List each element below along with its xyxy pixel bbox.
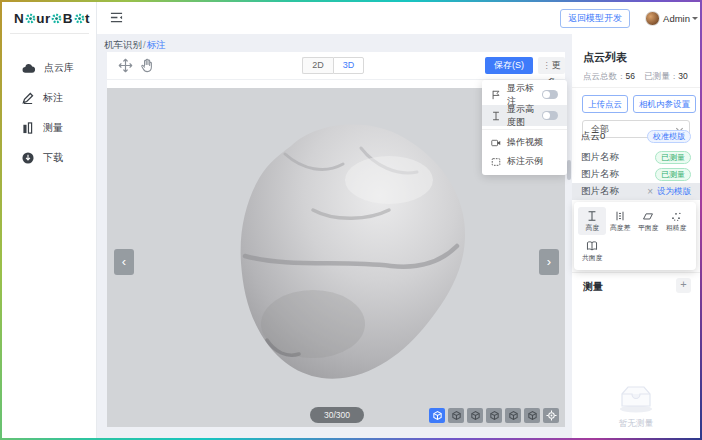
divider [10,33,89,34]
cube-icon [432,410,443,421]
pan-icon[interactable] [118,58,133,73]
cube-icon [470,410,481,421]
divider [482,129,567,130]
panel-stats: 点云总数：56 已测量：30 [583,71,695,83]
scrollbar-thumb[interactable] [567,160,571,180]
close-icon[interactable]: × [647,186,653,197]
tooth-3d-model[interactable] [193,114,483,392]
show-heightmap-toggle[interactable] [542,111,558,120]
sidebar-item-label: 标注 [43,91,63,105]
item-name: 点云0 [581,130,605,143]
height-icon [586,210,598,222]
logo-text: t [85,11,90,26]
measured-badge: 已测量 [655,151,691,164]
mode-3d-button[interactable]: 3D [333,57,364,74]
calibration-template-badge: 校准模版 [647,130,691,143]
avatar[interactable] [645,11,660,26]
measure-icon [22,122,34,134]
sidebar-item-measure[interactable]: 测量 [2,117,97,139]
tool-label: 粗糙度 [666,223,687,232]
roughness-icon [670,210,682,222]
hand-icon[interactable] [140,58,154,73]
menu-item-annotation-example[interactable]: 标注示例 [482,152,567,171]
item-name: 图片名称 [581,185,619,198]
sidebar: N ur B t 点云库 标注 测量 下载 [2,2,97,438]
cube-icon [508,410,519,421]
view-front-button[interactable] [448,408,464,423]
logo-text: N [14,11,24,26]
sidebar-item-annotate[interactable]: 标注 [2,87,97,109]
more-dots-icon: ⋮ [542,60,551,70]
tool-coplanarity[interactable]: 共面度 [578,237,606,265]
stat-total-value: 56 [626,71,635,81]
view-iso-button[interactable] [429,408,445,423]
view-back-button[interactable] [467,408,483,423]
tool-label: 高度差 [610,223,631,232]
list-item-image[interactable]: 图片名称 已测量 [572,166,700,183]
list-item-image-selected[interactable]: 图片名称 × 设为模版 [572,183,700,200]
list-item-image[interactable]: 图片名称 已测量 [572,149,700,166]
flatness-icon [642,210,654,222]
stat-measured-label: 已测量： [644,71,678,81]
locate-button[interactable] [543,408,559,423]
locate-icon [546,410,557,421]
view-left-button[interactable] [486,408,502,423]
menu-item-tutorial-video[interactable]: 操作视频 [482,133,567,152]
top-header: 返回模型开发 Admin [97,2,700,34]
tool-roughness[interactable]: 粗糙度 [662,207,690,235]
panel-title: 点云列表 [583,50,627,65]
view-buttons-bar [429,408,559,423]
breadcrumb-current: 标注 [147,39,166,50]
empty-state-text: 暂无测量 [572,418,700,430]
menu-item-label: 标注示例 [507,155,558,168]
add-measurement-button[interactable]: + [676,278,691,293]
canvas-toolbar: 2D 3D 保存(S) ⋮更多 [107,52,565,80]
row-actions: × 设为模版 [647,186,691,198]
arrow-left-icon: ‹ [122,254,126,269]
sidebar-item-label: 测量 [43,121,63,135]
item-name: 图片名称 [581,168,619,181]
measure-section-title: 测量 [583,280,603,294]
sidebar-item-download[interactable]: 下载 [2,147,97,169]
tool-flatness[interactable]: 平面度 [634,207,662,235]
camera-intrinsics-button[interactable]: 相机内参设置 [633,95,696,113]
heightmap-icon [491,111,501,121]
gear-icon [51,13,62,24]
menu-item-show-heightmap[interactable]: 显示高度图 [482,105,567,126]
measured-badge: 已测量 [655,168,691,181]
breadcrumb-separator: / [143,39,146,50]
user-menu[interactable]: Admin [663,13,690,24]
list-item-pointcloud0[interactable]: 点云0 校准模版 [572,128,700,145]
more-button[interactable]: ⋮更多 [538,57,565,74]
breadcrumb-parent[interactable]: 机车识别 [104,39,142,50]
item-name: 图片名称 [581,151,619,164]
empty-box-icon [614,382,658,414]
app-logo: N ur B t [14,11,90,26]
cube-icon [451,410,462,421]
empty-state: 暂无测量 [572,382,700,430]
prev-image-button[interactable]: ‹ [114,249,134,275]
upload-pointcloud-button[interactable]: 上传点云 [582,95,628,113]
gear-icon [25,13,36,24]
stat-total-label: 点云总数： [583,71,626,81]
menu-item-label: 操作视频 [507,136,558,149]
save-button[interactable]: 保存(S) [485,57,533,74]
view-top-button[interactable] [524,408,540,423]
show-annotation-toggle[interactable] [542,90,558,99]
next-image-button[interactable]: › [539,249,559,275]
coplanarity-icon [586,240,598,252]
video-icon [491,138,501,148]
mode-2d-button[interactable]: 2D [302,57,333,74]
tool-label: 平面度 [638,223,659,232]
set-as-template-link[interactable]: 设为模版 [657,186,691,198]
tool-height[interactable]: 高度 [578,207,606,235]
menu-fold-icon[interactable] [110,11,123,24]
panel-actions: 上传点云 相机内参设置 [582,95,696,113]
sidebar-item-pointcloud-library[interactable]: 点云库 [2,57,97,79]
tool-height-diff[interactable]: 高度差 [606,207,634,235]
flag-icon [491,90,501,100]
arrow-right-icon: › [547,254,551,269]
view-mode-toggle: 2D 3D [302,57,364,74]
view-right-button[interactable] [505,408,521,423]
back-to-model-dev-button[interactable]: 返回模型开发 [560,9,630,28]
